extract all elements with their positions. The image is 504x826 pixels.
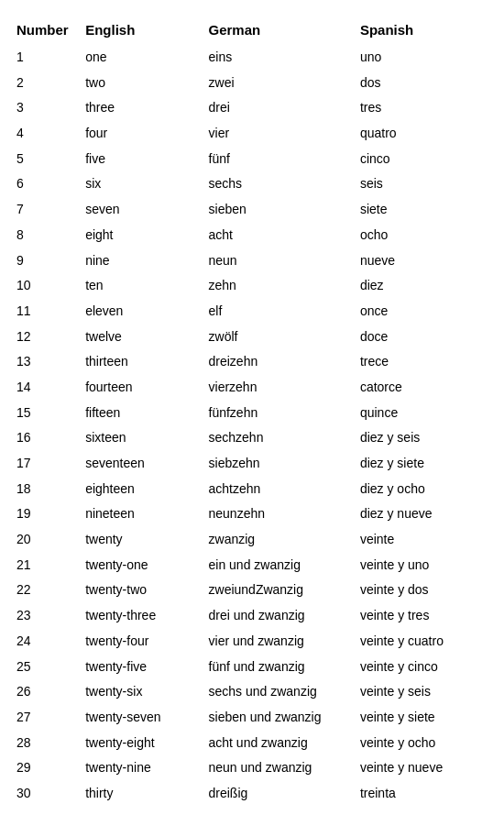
cell-spanish: veinte y uno — [353, 553, 495, 578]
cell-spanish: veinte y dos — [353, 578, 495, 603]
cell-english: fourteen — [78, 375, 201, 401]
cell-number: 16 — [9, 425, 78, 451]
cell-english: twenty-eight — [78, 731, 201, 756]
cell-german: sieben — [202, 197, 353, 223]
cell-english: twenty — [78, 527, 201, 553]
table-row: 30thirtydreißigtreinta — [9, 781, 495, 807]
cell-german: siebzehn — [202, 451, 353, 477]
cell-spanish: nueve — [353, 248, 495, 274]
cell-number: 6 — [9, 171, 78, 197]
cell-spanish: once — [353, 299, 495, 325]
cell-german: neun — [202, 248, 353, 274]
table-row: 15fifteenfünfzehnquince — [9, 401, 495, 426]
cell-number: 11 — [9, 299, 78, 325]
cell-spanish: quatro — [353, 121, 495, 147]
table-row: 28twenty-eightacht und zwanzigveinte y o… — [9, 731, 495, 756]
table-row: 19nineteenneunzehndiez y nueve — [9, 501, 495, 527]
cell-german: zwölf — [202, 325, 353, 350]
cell-german: fünfzehn — [202, 401, 353, 426]
table-row: 18eighteenachtzehndiez y ocho — [9, 477, 495, 502]
cell-spanish: veinte y nueve — [353, 755, 495, 781]
cell-german: fünf — [202, 147, 353, 172]
cell-german: eins — [202, 45, 353, 71]
cell-number: 17 — [9, 451, 78, 477]
table-row: 24twenty-fourvier und zwanzigveinte y cu… — [9, 629, 495, 655]
cell-spanish: veinte y seis — [353, 679, 495, 705]
cell-english: twenty-two — [78, 578, 201, 603]
table-row: 21twenty-oneein und zwanzigveinte y uno — [9, 553, 495, 578]
cell-english: fifteen — [78, 401, 201, 426]
table-row: 1oneeinsuno — [9, 45, 495, 71]
table-row: 14fourteenvierzehncatorce — [9, 375, 495, 401]
cell-number: 26 — [9, 679, 78, 705]
cell-spanish: catorce — [353, 375, 495, 401]
table-row: 16sixteensechzehndiez y seis — [9, 425, 495, 451]
cell-number: 8 — [9, 223, 78, 248]
cell-english: eleven — [78, 299, 201, 325]
cell-number: 2 — [9, 71, 78, 96]
cell-number: 29 — [9, 755, 78, 781]
cell-german: zwanzig — [202, 527, 353, 553]
cell-number: 18 — [9, 477, 78, 502]
cell-number: 12 — [9, 325, 78, 350]
cell-spanish: quince — [353, 401, 495, 426]
table-row: 17seventeensiebzehndiez y siete — [9, 451, 495, 477]
table-row: 26twenty-sixsechs und zwanzigveinte y se… — [9, 679, 495, 705]
header-english: English — [78, 18, 201, 45]
cell-spanish: ocho — [353, 223, 495, 248]
cell-english: thirteen — [78, 349, 201, 375]
header-spanish: Spanish — [353, 18, 495, 45]
cell-spanish: veinte y cinco — [353, 655, 495, 680]
table-row: 12twelvezwölfdoce — [9, 325, 495, 350]
cell-english: four — [78, 121, 201, 147]
cell-german: sechs und zwanzig — [202, 679, 353, 705]
table-row: 7sevensiebensiete — [9, 197, 495, 223]
cell-german: sechs — [202, 171, 353, 197]
cell-spanish: veinte — [353, 527, 495, 553]
cell-number: 9 — [9, 248, 78, 274]
cell-german: dreizehn — [202, 349, 353, 375]
cell-number: 28 — [9, 731, 78, 756]
table-row: 5fivefünfcinco — [9, 147, 495, 172]
cell-number: 27 — [9, 705, 78, 731]
cell-spanish: tres — [353, 95, 495, 121]
cell-number: 13 — [9, 349, 78, 375]
table-row: 10tenzehndiez — [9, 273, 495, 299]
cell-spanish: diez — [353, 273, 495, 299]
cell-english: ten — [78, 273, 201, 299]
header-number: Number — [9, 18, 78, 45]
table-row: 23twenty-threedrei und zwanzigveinte y t… — [9, 603, 495, 629]
cell-english: two — [78, 71, 201, 96]
cell-german: sechzehn — [202, 425, 353, 451]
cell-spanish: cinco — [353, 147, 495, 172]
cell-english: five — [78, 147, 201, 172]
cell-number: 4 — [9, 121, 78, 147]
cell-german: acht — [202, 223, 353, 248]
cell-english: nineteen — [78, 501, 201, 527]
cell-german: achtzehn — [202, 477, 353, 502]
cell-english: sixteen — [78, 425, 201, 451]
cell-german: zweiundZwanzig — [202, 578, 353, 603]
cell-german: drei — [202, 95, 353, 121]
table-row: 6sixsechsseis — [9, 171, 495, 197]
cell-german: zehn — [202, 273, 353, 299]
cell-english: thirty — [78, 781, 201, 807]
cell-spanish: veinte y ocho — [353, 731, 495, 756]
cell-english: six — [78, 171, 201, 197]
cell-english: twenty-three — [78, 603, 201, 629]
cell-spanish: uno — [353, 45, 495, 71]
table-row: 4fourvierquatro — [9, 121, 495, 147]
cell-german: zwei — [202, 71, 353, 96]
cell-number: 24 — [9, 629, 78, 655]
table-row: 13thirteendreizehntrece — [9, 349, 495, 375]
cell-spanish: veinte y cuatro — [353, 629, 495, 655]
cell-number: 5 — [9, 147, 78, 172]
cell-number: 10 — [9, 273, 78, 299]
cell-number: 7 — [9, 197, 78, 223]
cell-spanish: veinte y siete — [353, 705, 495, 731]
cell-english: one — [78, 45, 201, 71]
table-row: 20twentyzwanzigveinte — [9, 527, 495, 553]
cell-german: ein und zwanzig — [202, 553, 353, 578]
header-german: German — [202, 18, 353, 45]
cell-spanish: diez y nueve — [353, 501, 495, 527]
